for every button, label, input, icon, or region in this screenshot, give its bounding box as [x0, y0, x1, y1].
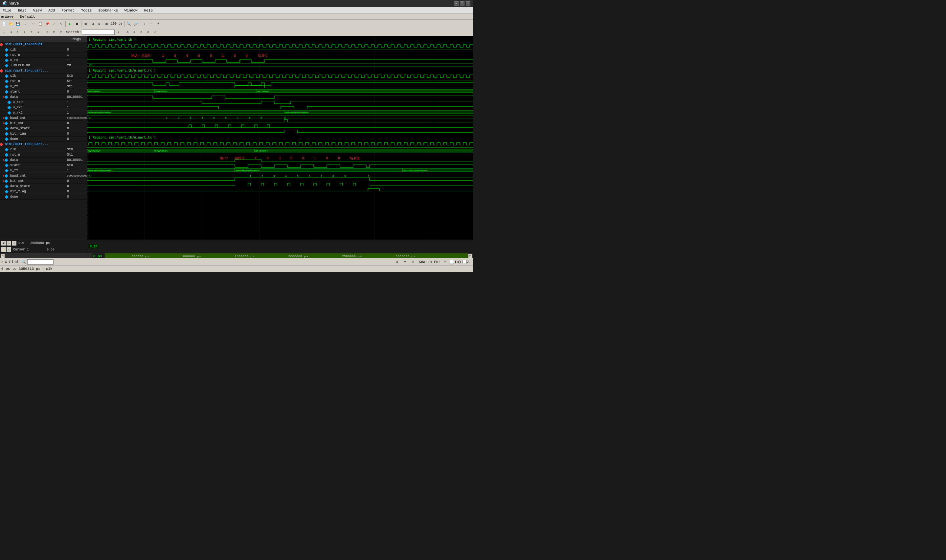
tool-insert[interactable]: + — [155, 21, 162, 27]
data-state-row-2[interactable]: data_state 0 — [0, 126, 87, 131]
tool-save[interactable]: 💾 — [14, 21, 21, 27]
close-button[interactable]: ✕ — [466, 1, 470, 6]
tool-zoom-full[interactable]: ⊘ — [138, 29, 145, 35]
scroll-left-btn[interactable]: ◁ — [1, 254, 5, 258]
search-opt-1-check[interactable] — [450, 260, 454, 264]
tool-copy[interactable]: 📋 — [37, 21, 44, 27]
tool-new[interactable]: 📄 — [1, 21, 7, 27]
menu-bookmarks[interactable]: Bookmarks — [97, 9, 119, 12]
tool-paste[interactable]: 📌 — [44, 21, 51, 27]
urx-row-2[interactable]: u_rx St1 — [0, 84, 87, 89]
tool-zoom-in[interactable]: 🔍 — [125, 21, 132, 27]
menu-file[interactable]: File — [1, 9, 12, 12]
find-nav-up[interactable]: ▲ — [394, 258, 401, 265]
search-opt-2[interactable]: A↔ — [462, 260, 472, 264]
tool-select[interactable]: ↔ — [148, 21, 155, 27]
cursor-nav-3[interactable]: ◁ — [12, 241, 17, 246]
tool-zoom-fit[interactable]: ⊕ — [124, 29, 131, 35]
search-opt-2-check[interactable] — [462, 260, 467, 264]
find-nav-down[interactable]: ▼ — [402, 258, 408, 265]
find-input[interactable] — [27, 259, 54, 265]
tool-wave2[interactable]: ⊞ — [51, 29, 57, 35]
tool-zoom-range[interactable]: ⊙ — [145, 29, 151, 35]
maximize-button[interactable]: □ — [460, 1, 464, 6]
data-row-2[interactable]: ⊕ data 00100001 — [0, 95, 87, 100]
tool-step-end[interactable]: ⏭ — [103, 21, 110, 27]
tool-t6[interactable]: ⇊ — [35, 29, 42, 35]
menu-add[interactable]: Add — [47, 9, 56, 12]
tool-print[interactable]: 🖨 — [22, 21, 28, 27]
tool-t1[interactable]: ⊢ — [1, 29, 7, 35]
start-row-3[interactable]: start St0 — [0, 163, 87, 168]
menu-help[interactable]: Help — [143, 9, 154, 12]
tool-wave1[interactable]: ≈ — [44, 29, 51, 35]
urx2-row[interactable]: u_rx2 1 — [0, 110, 87, 115]
menu-format[interactable]: Format — [60, 9, 76, 12]
utx-row-3[interactable]: u_tx 1 — [0, 168, 87, 173]
tool-t5[interactable]: ⇈ — [28, 29, 35, 35]
cursor-nav-1[interactable]: ▣ — [1, 241, 6, 246]
search-dropdown[interactable]: ▾ — [115, 29, 122, 35]
done-row-2[interactable]: done 0 — [0, 137, 87, 142]
bit-cnt-row-2[interactable]: ⊕ bit_cnt 0 — [0, 121, 87, 126]
tool-cut[interactable]: ✂ — [30, 21, 37, 27]
tool-t4[interactable]: ↓ — [22, 29, 28, 35]
group2-header[interactable]: sim:/uart_tb/u_uart... — [0, 68, 87, 74]
urx0-row[interactable]: u_rx0 1 — [0, 100, 87, 105]
tool-step-back[interactable]: ◀ — [89, 21, 96, 27]
bit-cnt-row-3[interactable]: ⊕ bit_cnt 0 — [0, 178, 87, 184]
svg-text:6: 6 — [225, 116, 226, 119]
waveform-display[interactable]: ( Region: sim:/uart_tb ) 输入: 起始位 1 0 0 0… — [87, 36, 473, 240]
start-row-2[interactable]: start 0 — [0, 89, 87, 95]
tool-zoom-sel[interactable]: ⊗ — [131, 29, 138, 35]
minimize-button[interactable]: ─ — [454, 1, 459, 6]
bit-flag-row-2[interactable]: bit_flag 0 — [0, 131, 87, 137]
data-row-3[interactable]: ⊕ data 00100001 — [0, 158, 87, 163]
svg-text:( Region: sim:/uart_tb/u_uart_: ( Region: sim:/uart_tb/u_uart_rx ) — [89, 69, 156, 72]
rst-row-3[interactable]: rst_n St1 — [0, 152, 87, 158]
menu-window[interactable]: Window — [123, 9, 139, 12]
tool-cursor[interactable]: ↕ — [141, 21, 148, 27]
group1-header[interactable]: sim:/uart_tb/Group1 — [0, 42, 87, 47]
find-bookmark[interactable]: ⊞ — [410, 258, 416, 265]
rst-row-2[interactable]: rst_n St1 — [0, 79, 87, 84]
cursor-del[interactable]: ✕ — [6, 247, 11, 252]
clk-row-1[interactable]: clk 0 — [0, 47, 87, 52]
tool-run[interactable]: ▶ — [67, 21, 73, 27]
urx-row-1[interactable]: u_rx 1 — [0, 58, 87, 63]
search-for-dropdown[interactable]: ▾ — [442, 258, 448, 265]
tool-open[interactable]: 📂 — [8, 21, 14, 27]
menu-tools[interactable]: Tools — [80, 9, 93, 12]
clk-row-2[interactable]: clk St0 — [0, 74, 87, 79]
clk-row-3[interactable]: clk St0 — [0, 147, 87, 152]
tool-restart[interactable]: ⏮ — [82, 21, 89, 27]
urx1-row[interactable]: u_rx1 1 — [0, 105, 87, 110]
cursor-icon[interactable]: | — [1, 247, 6, 252]
tool-wave3[interactable]: ⊟ — [58, 29, 65, 35]
baud-cnt-row-2[interactable]: ⊕ baud_cnt 0000000000000000 — [0, 115, 87, 121]
find-x-btn[interactable]: ✕ — [1, 260, 4, 264]
tool-t2[interactable]: ⊣ — [8, 29, 14, 35]
search-opt-1[interactable]: (a) — [450, 260, 461, 264]
data-state-row-3[interactable]: data_state 0 — [0, 184, 87, 189]
tool-step-fwd[interactable]: ▶ — [96, 21, 103, 27]
tool-undo[interactable]: ↩ — [51, 21, 57, 27]
rst-row-1[interactable]: rst_n 1 — [0, 52, 87, 58]
bit-flag-row-3[interactable]: bit_flag 0 — [0, 189, 87, 194]
menu-view[interactable]: View — [32, 9, 43, 12]
tool-redo[interactable]: ↪ — [58, 21, 65, 27]
done-row-3[interactable]: done 0 — [0, 194, 87, 200]
tool-zoom-prev[interactable]: ◁ — [152, 29, 158, 35]
search-input[interactable] — [82, 29, 115, 35]
scroll-right-btn[interactable]: ▷ — [468, 254, 472, 258]
title-bar-controls[interactable]: ─ □ ✕ — [454, 1, 470, 6]
tool-zoom-out[interactable]: 🔎 — [133, 21, 139, 27]
group3-header[interactable]: sim:/uart_tb/u_uart... — [0, 142, 87, 147]
tool-t3[interactable]: ↑ — [14, 29, 21, 35]
baud-cnt-row-3[interactable]: ⊕ baud_cnt 0000000000000000 — [0, 173, 87, 178]
menu-edit[interactable]: Edit — [17, 9, 28, 12]
timeperiod-row[interactable]: TIMEPERIOD 20 — [0, 63, 87, 68]
tool-stop[interactable]: ⏹ — [74, 21, 80, 27]
h-scrollbar[interactable]: ◁ 0 ps 500000 ps 1000000 ps 1500000 ps 2… — [0, 253, 473, 258]
cursor-nav-2[interactable]: ▷ — [6, 241, 11, 246]
